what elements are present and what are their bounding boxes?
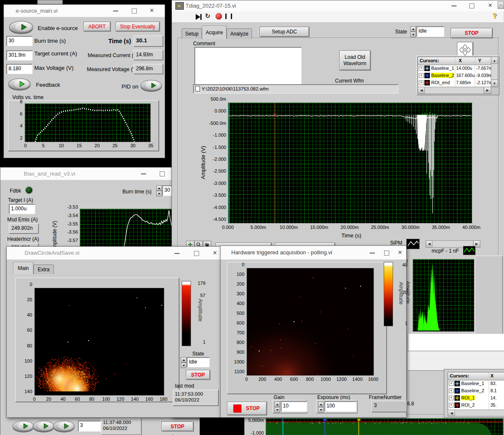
cursor-row[interactable]: +ROI_235. <box>448 402 504 409</box>
mcp-legend-icon[interactable] <box>463 246 476 255</box>
cursor-legend[interactable]: Cursors:XY+Baseline_114.000u-7.657m+Base… <box>418 57 491 87</box>
pause-icon[interactable] <box>225 14 232 19</box>
max-voltage-field[interactable]: 8.180 <box>6 64 33 74</box>
tab-acquire[interactable]: Acquire <box>202 26 227 39</box>
camera-image[interactable] <box>246 268 374 376</box>
cursor-name[interactable]: ROI_1 <box>461 395 475 400</box>
scrollbar-vertical[interactable] <box>491 63 498 80</box>
titlebar[interactable]: ▸ Tdiag_2022-07-15.vi ✕ <box>172 0 504 12</box>
stop-button[interactable]: STOP <box>227 402 267 415</box>
run-continuous-icon[interactable]: ↻ <box>205 12 210 20</box>
cursor-name[interactable]: ROI_2 <box>461 402 475 407</box>
abort-icon[interactable] <box>216 13 222 19</box>
stop-button[interactable]: STOP <box>161 421 194 431</box>
cursor-row[interactable]: +ROI_114. <box>448 394 504 402</box>
cursor-row[interactable]: +ROI_end7.685m-2.127m <box>418 79 491 86</box>
target-i-field[interactable]: 1.000u <box>9 204 35 214</box>
count-field[interactable]: 3 <box>78 421 101 432</box>
expander-icon[interactable]: + <box>419 80 424 85</box>
cursor-row[interactable]: +Baseline_2167.600u-9.039m <box>418 72 491 79</box>
toggle-button[interactable] <box>53 420 75 433</box>
expander-icon[interactable]: + <box>449 396 454 400</box>
titlebar[interactable]: Hardware triggered acquisition - polling… <box>221 246 406 260</box>
load-old-waveform-button[interactable]: Load Old Waveform <box>339 50 371 70</box>
run-icon[interactable] <box>195 14 202 20</box>
color-scale[interactable] <box>384 262 393 326</box>
tab-main[interactable]: Main <box>13 262 33 274</box>
close-button[interactable]: ✕ <box>488 2 493 8</box>
gain-stepper[interactable] <box>274 402 280 413</box>
cursor-name[interactable]: Baseline_2 <box>431 73 454 78</box>
cursor-row[interactable]: +Baseline_183. <box>448 380 504 387</box>
tab-setup[interactable]: Setup <box>182 28 202 39</box>
state-field[interactable]: Idle <box>416 26 444 37</box>
target-current-field[interactable]: 301.9m <box>6 50 33 61</box>
maximize-button[interactable] <box>384 251 389 256</box>
titlebar[interactable]: e-source_main.vi ✕ <box>4 5 165 17</box>
cursor-name[interactable]: Baseline_1 <box>431 66 454 71</box>
cursor-name[interactable]: Baseline_2 <box>461 388 484 393</box>
current-wfm-path[interactable]: Y:\2022\10\06\113753.082.wfm <box>193 84 399 94</box>
histogram-plot-area[interactable] <box>413 259 474 332</box>
cursor-pad-button[interactable] <box>457 42 473 57</box>
scrollbar-horizontal[interactable] <box>454 410 504 416</box>
enable-toggle[interactable] <box>9 20 33 35</box>
cursor-name[interactable]: Baseline_1 <box>461 381 484 386</box>
minimize-button[interactable] <box>141 173 146 174</box>
cursor-legend[interactable]: Cursors:X+Baseline_183.+Baseline_28.1+RO… <box>448 372 504 410</box>
setup-adc-button[interactable]: Setup ADC <box>260 27 309 37</box>
minimize-button[interactable] <box>370 253 375 253</box>
expander-icon[interactable]: + <box>419 73 424 78</box>
scrollbar-horizontal[interactable] <box>424 87 485 94</box>
titlebar[interactable]: DrawCircleAndSave.vi ✕ <box>7 247 221 260</box>
minimize-button[interactable] <box>451 6 457 6</box>
close-button[interactable]: ✕ <box>213 250 217 256</box>
scroll-down-button[interactable]: ▼ <box>491 80 498 87</box>
cursor-row[interactable]: +Baseline_28.1 <box>448 387 504 394</box>
titlebar[interactable]: Bias_and_read_v3.vi <box>0 168 199 180</box>
strip-plot-area[interactable] <box>266 418 504 435</box>
gain-field[interactable]: 10 <box>281 401 307 412</box>
comment-textarea[interactable] <box>194 47 302 87</box>
cursor-row[interactable]: +Baseline_114.000u-7.657m <box>418 65 491 72</box>
scroll-right-button[interactable]: ▶ <box>484 87 491 94</box>
minimize-button[interactable] <box>113 11 118 11</box>
state-stepper[interactable] <box>181 357 186 368</box>
scroll-up-nub[interactable]: ^ <box>498 1 504 9</box>
maximize-button[interactable] <box>469 3 474 8</box>
toggle-button[interactable] <box>33 420 55 433</box>
tab-extra[interactable]: Extra <box>33 264 54 274</box>
expander-icon[interactable]: + <box>419 66 424 71</box>
burn-time-field[interactable]: 30 <box>6 36 33 46</box>
sipm-legend-icon[interactable] <box>406 239 420 249</box>
pid-toggle[interactable] <box>140 79 162 93</box>
intensity-image[interactable] <box>34 288 164 396</box>
expander-icon[interactable]: + <box>449 381 454 386</box>
state-stepper[interactable] <box>410 26 416 37</box>
stop-button[interactable]: STOP <box>186 370 210 380</box>
abort-button[interactable]: ABORT <box>83 22 111 31</box>
stop-eventually-button[interactable]: Stop Eventually <box>116 22 160 31</box>
cursor-name[interactable]: ROI_end <box>431 80 450 85</box>
minimize-button[interactable] <box>174 253 180 254</box>
expander-icon[interactable]: + <box>449 388 454 393</box>
maximize-button[interactable] <box>160 171 165 176</box>
volts-plot-area[interactable] <box>25 103 151 142</box>
maximize-button[interactable] <box>194 251 199 256</box>
state-field[interactable]: Idle <box>187 357 210 367</box>
feedback-toggle[interactable] <box>8 77 31 91</box>
exposure-field[interactable]: 100 <box>324 401 357 412</box>
close-button[interactable]: ✕ <box>398 249 402 256</box>
maximize-button[interactable] <box>132 8 137 14</box>
close-button[interactable]: ✕ <box>150 7 154 14</box>
expander-icon[interactable]: + <box>449 403 454 407</box>
waveform-plot-area[interactable] <box>228 102 472 223</box>
color-scale[interactable] <box>182 281 191 346</box>
fdbk-led[interactable] <box>25 186 33 194</box>
stop-button[interactable]: STOP <box>451 28 493 38</box>
toggle-button[interactable] <box>12 420 34 433</box>
exposure-stepper[interactable] <box>318 402 324 413</box>
tab-analyze[interactable]: Analyze <box>227 28 252 39</box>
help-icon[interactable]: ? <box>493 12 497 20</box>
burn-time-stepper[interactable] <box>156 185 162 196</box>
